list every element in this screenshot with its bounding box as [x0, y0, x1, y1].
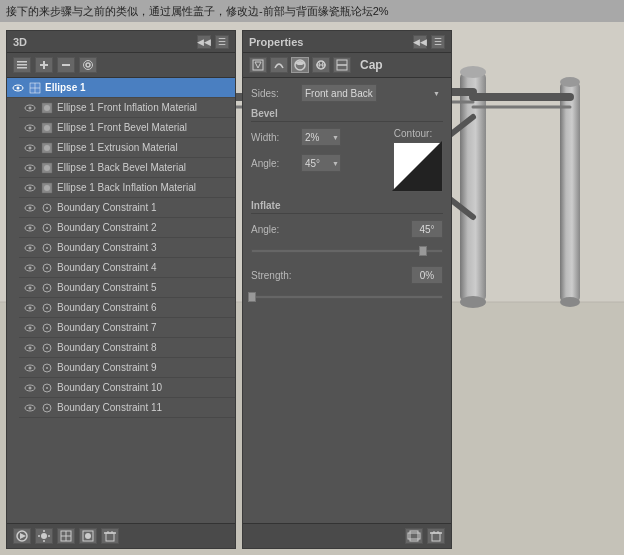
- trash-btn[interactable]: [101, 528, 119, 544]
- layer-ellipse1[interactable]: Ellipse 1: [7, 78, 235, 98]
- svg-rect-122: [106, 533, 114, 541]
- svg-rect-33: [17, 61, 27, 63]
- layer-bc1[interactable]: Boundary Constraint 1: [19, 198, 235, 218]
- eye-icon[interactable]: [23, 241, 37, 255]
- eye-icon[interactable]: [23, 321, 37, 335]
- layer-extrusion[interactable]: Ellipse 1 Extrusion Material: [19, 138, 235, 158]
- render-btn[interactable]: [13, 528, 31, 544]
- inflate-angle-thumb[interactable]: [419, 246, 427, 256]
- layer-front-bevel[interactable]: Ellipse 1 Front Bevel Material: [19, 118, 235, 138]
- mesh-btn[interactable]: [249, 57, 267, 73]
- boundary-icon: [40, 221, 54, 235]
- boundary-icon: [40, 281, 54, 295]
- eye-icon[interactable]: [23, 361, 37, 375]
- eye-icon[interactable]: [23, 181, 37, 195]
- add-material-btn[interactable]: [79, 528, 97, 544]
- layer-back-bevel[interactable]: Ellipse 1 Back Bevel Material: [19, 158, 235, 178]
- layer-bc4[interactable]: Boundary Constraint 4: [19, 258, 235, 278]
- boundary-icon: [40, 261, 54, 275]
- layer-label: Boundary Constraint 1: [57, 202, 157, 213]
- eye-icon[interactable]: [23, 101, 37, 115]
- list-icon[interactable]: [13, 57, 31, 73]
- prop-trash-btn[interactable]: [427, 528, 445, 544]
- eye-icon[interactable]: [23, 301, 37, 315]
- svg-point-61: [44, 165, 50, 171]
- inflate-angle-slider[interactable]: [251, 244, 443, 258]
- prop-collapse-btn[interactable]: ◀◀: [413, 35, 427, 49]
- eye-icon[interactable]: [23, 281, 37, 295]
- svg-point-51: [29, 126, 32, 129]
- contour-preview[interactable]: [393, 142, 443, 192]
- inflate-strength-row: Strength: 0%: [251, 266, 443, 284]
- properties-controls: ◀◀ ☰: [413, 35, 445, 49]
- layer-bc2[interactable]: Boundary Constraint 2: [19, 218, 235, 238]
- cross-section-btn[interactable]: [333, 57, 351, 73]
- sides-select-wrapper: Front and Back Front Back None: [301, 84, 443, 102]
- layer-bc9[interactable]: Boundary Constraint 9: [19, 358, 235, 378]
- layer-label: Boundary Constraint 9: [57, 362, 157, 373]
- svg-point-55: [29, 146, 32, 149]
- eye-icon[interactable]: [23, 381, 37, 395]
- layer-label: Boundary Constraint 4: [57, 262, 157, 273]
- layer-bc8[interactable]: Boundary Constraint 8: [19, 338, 235, 358]
- add-mesh-btn[interactable]: [57, 528, 75, 544]
- panel-collapse-btn[interactable]: ◀◀: [197, 35, 211, 49]
- cap-section-label: Cap: [360, 58, 383, 72]
- prop-menu-btn[interactable]: ☰: [431, 35, 445, 49]
- svg-point-20: [560, 297, 580, 307]
- layer-label: Ellipse 1 Front Inflation Material: [57, 102, 197, 113]
- inflate-angle-value[interactable]: 45°: [411, 220, 443, 238]
- eye-icon[interactable]: [23, 341, 37, 355]
- panel-3d-controls: ◀◀ ☰: [197, 35, 229, 49]
- layer-bc11[interactable]: Boundary Constraint 11: [19, 398, 235, 418]
- svg-point-85: [46, 287, 48, 289]
- material-icon: [40, 161, 54, 175]
- eye-icon[interactable]: [23, 121, 37, 135]
- properties-toolbar: Cap: [243, 53, 451, 78]
- cap-btn[interactable]: [291, 57, 309, 73]
- panel-3d-toolbar: [7, 53, 235, 78]
- boundary-icon: [40, 301, 54, 315]
- layer-bc7[interactable]: Boundary Constraint 7: [19, 318, 235, 338]
- width-row: Width:: [251, 128, 375, 146]
- angle-input[interactable]: [301, 154, 341, 172]
- add-light-btn[interactable]: [35, 528, 53, 544]
- prop-settings-btn[interactable]: [405, 528, 423, 544]
- inflate-strength-value[interactable]: 0%: [411, 266, 443, 284]
- layer-bc3[interactable]: Boundary Constraint 3: [19, 238, 235, 258]
- layer-bc5[interactable]: Boundary Constraint 5: [19, 278, 235, 298]
- svg-point-63: [29, 186, 32, 189]
- sides-select[interactable]: Front and Back Front Back None: [301, 84, 377, 102]
- inflate-strength-track: [251, 295, 443, 299]
- eye-icon[interactable]: [23, 401, 37, 415]
- layer-bc6[interactable]: Boundary Constraint 6: [19, 298, 235, 318]
- eye-icon[interactable]: [23, 261, 37, 275]
- inflate-angle-slider-row: [251, 244, 443, 258]
- eye-icon[interactable]: [23, 201, 37, 215]
- eye-icon[interactable]: [23, 221, 37, 235]
- width-input-wrapper: [301, 128, 341, 146]
- new-layer-icon[interactable]: [35, 57, 53, 73]
- layer-back-inflation[interactable]: Ellipse 1 Back Inflation Material: [19, 178, 235, 198]
- inflate-strength-thumb[interactable]: [248, 292, 256, 302]
- settings-icon[interactable]: [79, 57, 97, 73]
- svg-point-71: [29, 226, 32, 229]
- banner-text: 接下的来步骤与之前的类似，通过属性盖子，修改边-前部与背面缘瓷瓶论坛2%: [6, 4, 389, 19]
- svg-rect-35: [17, 67, 27, 69]
- inflate-strength-slider[interactable]: [251, 290, 443, 304]
- scene-btn[interactable]: [312, 57, 330, 73]
- layer-front-inflation[interactable]: Ellipse 1 Front Inflation Material: [19, 98, 235, 118]
- contour-section: Contour:: [383, 128, 443, 192]
- eye-icon[interactable]: [23, 161, 37, 175]
- svg-point-105: [46, 387, 48, 389]
- eye-icon[interactable]: [23, 141, 37, 155]
- panel-menu-btn[interactable]: ☰: [215, 35, 229, 49]
- eye-icon[interactable]: [11, 81, 25, 95]
- layer-bc10[interactable]: Boundary Constraint 10: [19, 378, 235, 398]
- delete-icon[interactable]: [57, 57, 75, 73]
- svg-point-93: [46, 327, 48, 329]
- width-input[interactable]: [301, 128, 341, 146]
- layer-label: Boundary Constraint 6: [57, 302, 157, 313]
- deform-btn[interactable]: [270, 57, 288, 73]
- bevel-section-title: Bevel: [251, 108, 443, 122]
